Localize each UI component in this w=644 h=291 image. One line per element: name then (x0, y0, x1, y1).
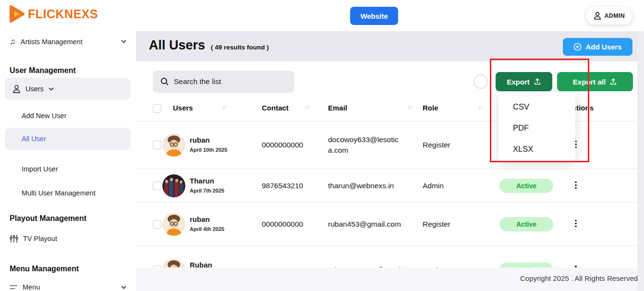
section-header-menu-management: Menu Management (10, 265, 79, 273)
column-header-email[interactable]: Email (328, 104, 347, 112)
row-checkbox[interactable] (153, 266, 161, 267)
table-row: ruban April 4th 2025 0000000000 ruban453… (136, 203, 637, 246)
status-badge: Active (499, 217, 553, 231)
select-all-checkbox[interactable] (153, 104, 161, 113)
section-header-playout-management: Playout Management (10, 214, 86, 223)
avatar (162, 258, 185, 267)
user-name: Ruban (190, 261, 235, 267)
column-header-users[interactable]: Users (173, 104, 193, 112)
add-users-button[interactable]: Add Users (563, 38, 632, 56)
website-button[interactable]: Website (350, 7, 398, 25)
music-note-icon: ♫ (10, 37, 16, 46)
search-icon (160, 77, 169, 86)
top-bar: FLICKNEXS Website ADMIN (0, 0, 644, 31)
sidebar-item-tv-playout[interactable]: TV Playout (10, 234, 126, 243)
section-header-user-management: User Management (10, 66, 76, 75)
play-triangle-icon (9, 5, 25, 23)
sidebar-item-users[interactable]: Users (5, 78, 131, 100)
column-header-role[interactable]: Role (423, 104, 438, 112)
row-actions-menu[interactable] (575, 182, 577, 190)
brand-logo[interactable]: FLICKNEXS (9, 5, 98, 23)
user-icon (12, 85, 21, 94)
user-name: Tharun (190, 176, 235, 184)
status-badge: Active (499, 263, 553, 267)
search-input[interactable] (174, 77, 279, 86)
upload-icon (609, 78, 617, 85)
email-cell: tharun@webnexs.in (328, 180, 401, 191)
user-date: April 4th 2025 (190, 225, 229, 233)
role-cell: Register (423, 220, 450, 229)
sliders-icon (10, 234, 18, 243)
chevron-down-icon (121, 40, 126, 43)
sidebar: ♫ Artists Management User Management Use… (0, 31, 136, 291)
row-checkbox[interactable] (153, 141, 161, 149)
sidebar-item-menu[interactable]: Menu (10, 283, 126, 291)
role-cell: Admin (423, 182, 444, 190)
user-date: April 10th 2025 (190, 146, 229, 154)
sidebar-item-label: All User (12, 135, 46, 143)
contact-cell: 0000000000 (262, 266, 303, 267)
user-name: ruban (190, 215, 235, 223)
sidebar-item-label: Artists Management (21, 38, 116, 46)
contact-cell: 0000000000 (262, 220, 303, 229)
results-count: ( 49 results found ) (211, 44, 269, 51)
row-checkbox[interactable] (153, 182, 161, 190)
chevron-down-icon (121, 286, 126, 289)
admin-label: ADMIN (605, 12, 625, 19)
avatar (162, 213, 185, 236)
sort-icon[interactable]: ↓↑ (478, 104, 482, 110)
sidebar-item-all-user[interactable]: All User (5, 128, 131, 150)
avatar (162, 133, 185, 157)
email-cell: rubanc2w2605@gmai (328, 265, 401, 267)
chevron-down-icon (49, 87, 54, 91)
sort-icon[interactable]: ↓↑ (222, 104, 226, 110)
contact-cell: 0000000000 (262, 141, 303, 149)
role-cell: Register (423, 141, 450, 149)
plus-circle-icon (573, 43, 582, 51)
row-actions-menu[interactable] (575, 266, 577, 267)
table-row: Ruban April 4th 202 0000000000 rubanc2w2… (136, 246, 637, 267)
role-cell: Register (423, 266, 450, 267)
menu-lines-icon (10, 285, 18, 290)
search-box (153, 71, 294, 93)
status-badge: Active (499, 179, 553, 193)
row-checkbox[interactable] (153, 220, 161, 229)
column-header-contact[interactable]: Contact (262, 104, 289, 112)
sidebar-item-artists-management[interactable]: ♫ Artists Management (10, 37, 126, 46)
sidebar-item-multi-user-management[interactable]: Multi User Management (22, 189, 96, 197)
table-row: Tharun April 7th 2025 9876543210 tharun@… (136, 169, 637, 203)
copyright-text: Copyright 2025 . All Rights Reserved (520, 274, 638, 282)
page-title: All Users (149, 38, 205, 53)
sort-icon[interactable]: ↓↑ (407, 104, 411, 110)
sidebar-item-label: Users (25, 85, 44, 93)
avatar (162, 174, 185, 197)
scrollbar-track[interactable] (637, 31, 644, 291)
row-actions-menu[interactable] (575, 220, 577, 229)
admin-menu-button[interactable]: ADMIN (586, 7, 632, 24)
user-date: April 7th 2025 (190, 186, 229, 195)
email-cell: ruban453@gmail.com (328, 218, 401, 229)
annotation-red-box (490, 59, 589, 162)
sort-icon[interactable]: ↓↑ (305, 104, 309, 110)
sidebar-item-import-user[interactable]: Import User (22, 165, 58, 173)
sidebar-item-label: TV Playout (23, 235, 126, 242)
email-cell: docowoy633@lesotica.com (328, 134, 401, 156)
user-name: ruban (190, 135, 235, 144)
brand-name: FLICKNEXS (28, 7, 98, 21)
sidebar-item-add-new-user[interactable]: Add New User (22, 112, 66, 120)
page-title-band: All Users ( 49 results found ) Add Users (136, 31, 644, 61)
circle-indicator (474, 74, 488, 89)
person-icon (594, 12, 601, 20)
add-users-label: Add Users (585, 43, 621, 51)
contact-cell: 9876543210 (262, 182, 303, 190)
sidebar-item-label: Menu (23, 283, 116, 291)
